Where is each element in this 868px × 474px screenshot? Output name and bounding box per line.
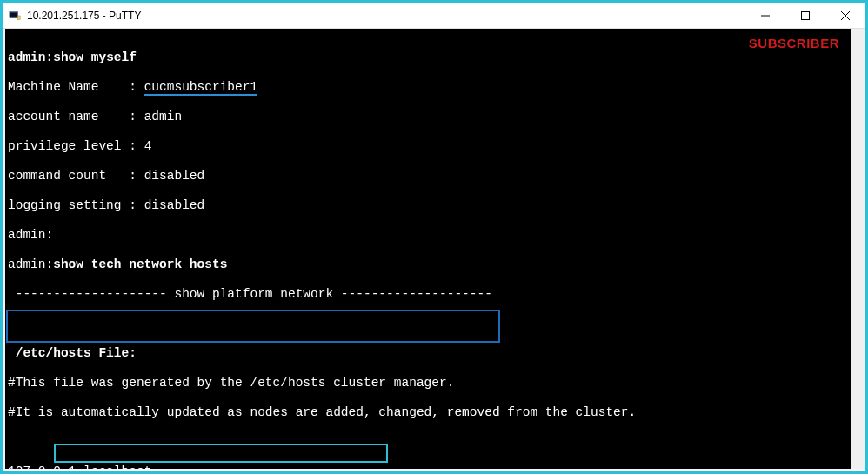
- blank-line: [8, 435, 860, 450]
- output-line: command count : disabled: [8, 169, 860, 184]
- svg-rect-2: [18, 16, 21, 19]
- output-line: privilege level : 4: [8, 139, 860, 154]
- output-line: #It is automatically updated as nodes ar…: [8, 405, 860, 420]
- output-line: account name : admin: [8, 110, 860, 124]
- scrollbar[interactable]: [851, 29, 865, 469]
- subscriber-badge: SUBSCRIBER: [749, 36, 839, 50]
- svg-rect-4: [802, 11, 810, 19]
- prompt: admin:: [8, 50, 53, 64]
- window-title: 10.201.251.175 - PuTTY: [27, 10, 141, 22]
- output-line: #This file was generated by the /etc/hos…: [8, 376, 860, 391]
- prompt: admin:: [8, 257, 53, 271]
- hosts-entry: 127.0.0.1 localhost: [8, 464, 860, 469]
- putty-icon: [8, 9, 22, 23]
- close-button[interactable]: [825, 3, 865, 28]
- section-header: /etc/hosts File:: [8, 346, 860, 361]
- svg-rect-1: [10, 12, 17, 16]
- prompt: admin:: [8, 228, 860, 243]
- output-line: -------------------- show platform netwo…: [8, 287, 860, 302]
- terminal-area[interactable]: admin:show myself Machine Name : cucmsub…: [5, 29, 863, 469]
- maximize-button[interactable]: [785, 3, 825, 28]
- output-line: logging setting : disabled: [8, 198, 860, 213]
- blank-line: [8, 317, 860, 331]
- output-label: Machine Name :: [8, 80, 144, 94]
- minimize-button[interactable]: [745, 3, 785, 28]
- window-controls: [745, 3, 865, 28]
- command-text: show tech network hosts: [53, 257, 227, 271]
- window-titlebar: 10.201.251.175 - PuTTY: [3, 3, 865, 29]
- machine-name-value: cucmsubscriber1: [144, 80, 258, 96]
- command-text: show myself: [53, 50, 137, 64]
